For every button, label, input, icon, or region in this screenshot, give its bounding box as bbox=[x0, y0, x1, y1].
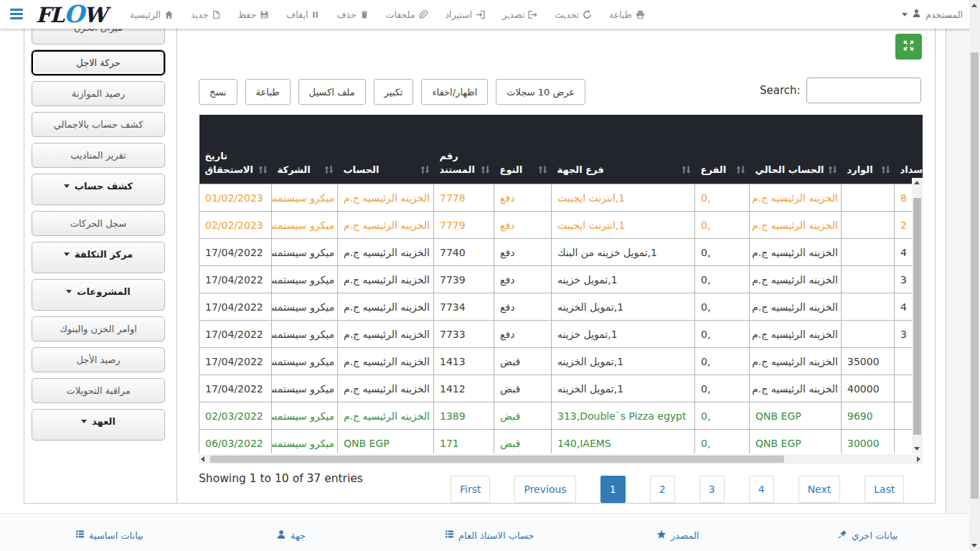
table-hscroll-thumb[interactable] bbox=[210, 456, 784, 463]
table-cell: الخزينه الرئيسيه ج.م bbox=[338, 348, 434, 375]
star-icon bbox=[656, 529, 666, 542]
table-cell: الخزينه الرئيسيه ج.م bbox=[338, 402, 434, 430]
scroll-up-icon[interactable] bbox=[914, 181, 920, 184]
column-header[interactable]: الحساب الحالي bbox=[750, 115, 842, 184]
scroll-up-icon[interactable] bbox=[971, 4, 977, 7]
nav-item-save[interactable]: حفظ bbox=[237, 9, 269, 20]
table-cell: 0, bbox=[695, 375, 750, 402]
column-header[interactable]: الوارد bbox=[842, 115, 895, 184]
toolbar-show-10-button[interactable]: عرض 10 سجلات bbox=[496, 79, 585, 105]
table-row[interactable]: 17/04/2022ميكرو سيستمسالخزينه الرئيسيه ج… bbox=[199, 348, 923, 375]
pagination-page-1[interactable]: 1 bbox=[600, 476, 626, 503]
column-header[interactable]: فرع الجهة bbox=[552, 115, 695, 184]
column-header[interactable]: الحساب bbox=[338, 115, 434, 184]
bottombar-other-data[interactable]: بيانات اخري bbox=[838, 529, 897, 541]
nav-item-stop[interactable]: ايقاف bbox=[286, 9, 319, 20]
table-cell: ميكرو سيستمس bbox=[272, 375, 338, 402]
nav-item-print[interactable]: طباعة bbox=[609, 9, 645, 20]
table-cell: ميكرو سيستمس bbox=[272, 239, 338, 266]
sidebar-item-muraqabat-altahweelat[interactable]: مراقبة التحويلات bbox=[32, 378, 165, 403]
column-header[interactable]: رقم المستند bbox=[434, 115, 494, 184]
sort-icon bbox=[420, 164, 430, 177]
sidebar-item-raseed-alajal[interactable]: رصيد الأجل bbox=[32, 347, 165, 372]
user-label: المستخدم bbox=[925, 9, 963, 20]
card-left-border bbox=[24, 29, 24, 503]
bottombar-entity[interactable]: جهة bbox=[276, 529, 306, 542]
table-row[interactable]: 17/04/2022ميكرو سيستمسالخزينه الرئيسيه ج… bbox=[199, 239, 923, 266]
table-cell: 1,تمويل خزينه bbox=[552, 266, 695, 293]
sidebar-item-markaz-altaklifa[interactable]: مركز التكلفة bbox=[32, 242, 165, 273]
column-header[interactable]: النوع bbox=[494, 115, 552, 184]
toolbar-excel-button[interactable]: ملف اكسيل bbox=[298, 79, 366, 105]
table-vscroll-thumb[interactable] bbox=[913, 198, 921, 435]
nav-item-import[interactable]: استيراد bbox=[445, 9, 484, 20]
table-cell: 0, bbox=[695, 348, 750, 375]
column-header[interactable]: الفرع bbox=[695, 115, 750, 184]
table-row[interactable]: 17/04/2022ميكرو سيستمسالخزينه الرئيسيه ج… bbox=[199, 375, 923, 402]
column-header[interactable]: تاريخ الاستحقاق bbox=[199, 115, 272, 184]
sidebar-item-harakat-alajal[interactable]: حركة الاجل bbox=[32, 50, 165, 75]
sidebar-item-alohad[interactable]: العهد bbox=[32, 409, 165, 441]
table-cell: قبض bbox=[494, 375, 552, 402]
toolbar-show-hide-button[interactable]: اظهار/اخفاء bbox=[421, 79, 488, 105]
pagination-page-4[interactable]: 4 bbox=[749, 476, 774, 503]
bottombar-ledger-account[interactable]: حساب الاستاذ العام bbox=[445, 529, 534, 541]
search-label: Search: bbox=[760, 84, 801, 97]
sidebar-item-kashf-hisab-ijmali[interactable]: كشف حساب بالاجمالي bbox=[32, 112, 165, 137]
nav-item-attachments[interactable]: ملحقات bbox=[386, 9, 428, 20]
nav-item-refresh[interactable]: تحديث bbox=[555, 9, 592, 20]
sidebar-item-raseed-almowazna[interactable]: رصيد الموازنة bbox=[32, 81, 165, 106]
table-cell: الخزينه الرئيسيه ج.م bbox=[750, 184, 842, 212]
table-cell: الخزينه الرئيسيه ج.م bbox=[338, 239, 434, 266]
toolbar-copy-button[interactable]: نسخ bbox=[199, 79, 237, 105]
table-row[interactable]: 01/02/2023ميكرو سيستمسالخزينه الرئيسيه ج… bbox=[199, 184, 923, 212]
pagination-previous[interactable]: Previous bbox=[514, 476, 575, 503]
pagination-next[interactable]: Next bbox=[798, 476, 841, 503]
search-input[interactable] bbox=[806, 77, 921, 103]
page-scrollbar-thumb[interactable] bbox=[971, 52, 979, 499]
table-cell: الخزينه الرئيسيه ج.م bbox=[750, 239, 842, 266]
pagination-page-3[interactable]: 3 bbox=[699, 476, 725, 503]
table-cell: الخزينه الرئيسيه ج.م bbox=[338, 212, 434, 239]
scroll-down-icon[interactable] bbox=[914, 447, 920, 451]
sidebar-item-taqreer-almanadeeb[interactable]: تقرير المناديب bbox=[32, 143, 165, 168]
scroll-left-icon[interactable] bbox=[201, 456, 204, 462]
scroll-down-icon[interactable] bbox=[971, 544, 977, 547]
toolbar-print-button[interactable]: طباعة bbox=[245, 79, 291, 105]
table-vertical-scrollbar[interactable] bbox=[912, 178, 923, 453]
user-menu[interactable]: المستخدم bbox=[902, 0, 963, 29]
expand-icon bbox=[902, 39, 915, 55]
sidebar-item-awamir-alkhazn[interactable]: اوامر الخزن والبنوك bbox=[32, 316, 165, 342]
toolbar-enlarge-button[interactable]: تكبير bbox=[374, 79, 414, 105]
table-cell: دفع bbox=[494, 212, 552, 239]
page-scrollbar[interactable] bbox=[969, 0, 980, 551]
table-row[interactable]: 17/04/2022ميكرو سيستمسالخزينه الرئيسيه ج… bbox=[199, 321, 923, 348]
sidebar-item-kashf-hisab[interactable]: كشف حساب bbox=[32, 174, 165, 205]
sidebar-item-almashroaat[interactable]: المشروعات bbox=[32, 279, 165, 311]
table-row[interactable]: 17/04/2022ميكرو سيستمسالخزينه الرئيسيه ج… bbox=[199, 266, 923, 293]
table-row[interactable]: 06/03/2022ميكرو سيستمسQNB EGP171قبض140,I… bbox=[199, 430, 923, 454]
table-cell: 0, bbox=[695, 212, 750, 239]
pagination-first[interactable]: First bbox=[451, 476, 490, 503]
pagination-last[interactable]: Last bbox=[864, 476, 904, 503]
column-header[interactable]: الشركة bbox=[272, 115, 338, 184]
sidebar-item-sijil-alharakat[interactable]: سجل الحركات bbox=[32, 211, 165, 236]
table-horizontal-scrollbar[interactable] bbox=[199, 454, 923, 464]
bottombar-basic-data[interactable]: بيانات اساسية bbox=[75, 529, 143, 541]
nav-item-new[interactable]: جديد bbox=[191, 9, 220, 20]
menu-icon[interactable] bbox=[10, 9, 23, 19]
table-cell: 1,تمويل الخزينه bbox=[552, 293, 695, 321]
nav-item-export[interactable]: تصدير bbox=[502, 9, 537, 20]
fullscreen-button[interactable] bbox=[895, 34, 922, 60]
table-row[interactable]: 17/04/2022ميكرو سيستمسالخزينه الرئيسيه ج… bbox=[199, 293, 923, 321]
scroll-right-icon[interactable] bbox=[917, 456, 920, 462]
table-row[interactable]: 02/03/2022ميكرو سيستمسالخزينه الرئيسيه ج… bbox=[199, 402, 923, 430]
nav-item-delete[interactable]: حذف bbox=[336, 9, 368, 20]
bottombar-source[interactable]: المصدر bbox=[656, 529, 699, 542]
table-cell: الخزينه الرئيسيه ج.م bbox=[750, 293, 842, 321]
pagination-page-2[interactable]: 2 bbox=[650, 476, 675, 503]
nav-item-home[interactable]: الرئيسية bbox=[130, 9, 174, 20]
table-cell: 7779 bbox=[434, 212, 494, 239]
column-header[interactable]: سداد bbox=[895, 115, 923, 184]
table-row[interactable]: 02/02/2023ميكرو سيستمسالخزينه الرئيسيه ج… bbox=[199, 212, 923, 239]
